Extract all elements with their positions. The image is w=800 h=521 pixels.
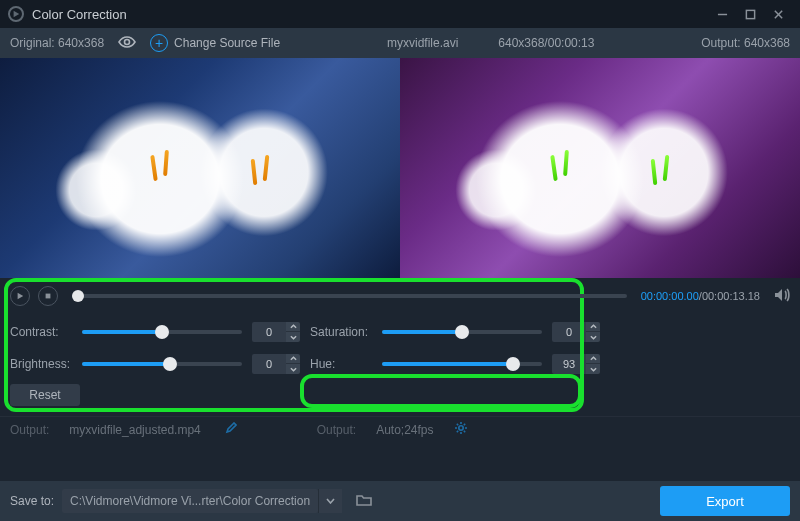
brightness-slider[interactable] — [82, 362, 242, 366]
hue-row: Hue: — [310, 354, 600, 374]
contrast-value[interactable] — [252, 322, 286, 342]
title-bar: Color Correction — [0, 0, 800, 28]
hue-slider[interactable] — [382, 362, 542, 366]
save-to-label: Save to: — [10, 494, 54, 508]
output-size-label: Output: 640x368 — [701, 36, 790, 50]
time-total: 00:00:13.18 — [702, 290, 760, 302]
svg-rect-7 — [46, 294, 51, 299]
settings-gear-icon[interactable] — [454, 421, 468, 438]
open-folder-icon[interactable] — [356, 493, 372, 509]
saturation-label: Saturation: — [310, 325, 372, 339]
hue-label: Hue: — [310, 357, 372, 371]
export-button[interactable]: Export — [660, 486, 790, 516]
bottom-bar: Save to: C:\Vidmore\Vidmore Vi...rter\Co… — [0, 481, 800, 521]
output-format-value: Auto;24fps — [376, 423, 433, 437]
contrast-slider[interactable] — [82, 330, 242, 334]
svg-point-5 — [125, 39, 130, 44]
maximize-button[interactable] — [736, 0, 764, 28]
contrast-row: Contrast: — [10, 322, 300, 342]
saturation-slider[interactable] — [382, 330, 542, 334]
preview-adjusted — [400, 58, 800, 278]
minimize-button[interactable] — [708, 0, 736, 28]
output-file-value: myxvidfile_adjusted.mp4 — [69, 423, 200, 437]
stop-button[interactable] — [38, 286, 58, 306]
preview-toggle-icon[interactable] — [118, 36, 136, 51]
output-format-label: Output: — [317, 423, 356, 437]
brightness-row: Brightness: — [10, 354, 300, 374]
brightness-label: Brightness: — [10, 357, 72, 371]
time-current: 00:00:00.00 — [641, 290, 699, 302]
hue-spinner[interactable] — [586, 354, 600, 374]
save-path-dropdown[interactable] — [318, 489, 342, 513]
original-size-label: Original: 640x368 — [10, 36, 104, 50]
timecode: 00:00:00.00/00:00:13.18 — [641, 290, 760, 302]
save-path-field[interactable]: C:\Vidmore\Vidmore Vi...rter\Color Corre… — [62, 489, 318, 513]
hue-value[interactable] — [552, 354, 586, 374]
close-button[interactable] — [764, 0, 792, 28]
edit-filename-icon[interactable] — [225, 422, 237, 437]
change-source-label: Change Source File — [174, 36, 280, 50]
svg-marker-6 — [18, 293, 24, 299]
svg-rect-2 — [746, 10, 754, 18]
controls-panel: 00:00:00.00/00:00:13.18 Contrast: Satura… — [0, 278, 800, 406]
output-file-label: Output: — [10, 423, 49, 437]
svg-point-8 — [458, 426, 462, 430]
change-source-button[interactable]: + Change Source File — [150, 34, 280, 52]
app-logo-icon — [8, 6, 24, 22]
volume-icon[interactable] — [774, 288, 790, 305]
brightness-value[interactable] — [252, 354, 286, 374]
contrast-spinner[interactable] — [286, 322, 300, 342]
output-row: Output: myxvidfile_adjusted.mp4 Output: … — [0, 416, 800, 442]
saturation-row: Saturation: — [310, 322, 600, 342]
svg-marker-0 — [14, 11, 20, 17]
scrub-bar[interactable] — [72, 294, 627, 298]
saturation-spinner[interactable] — [586, 322, 600, 342]
play-button[interactable] — [10, 286, 30, 306]
contrast-label: Contrast: — [10, 325, 72, 339]
window-title: Color Correction — [32, 7, 127, 22]
saturation-value[interactable] — [552, 322, 586, 342]
plus-circle-icon: + — [150, 34, 168, 52]
source-filename: myxvidfile.avi — [387, 36, 458, 50]
source-meta: 640x368/00:00:13 — [498, 36, 594, 50]
brightness-spinner[interactable] — [286, 354, 300, 374]
reset-button[interactable]: Reset — [10, 384, 80, 406]
highlight-hue — [300, 374, 582, 408]
info-bar: Original: 640x368 + Change Source File m… — [0, 28, 800, 58]
preview-original — [0, 58, 400, 278]
preview-row — [0, 58, 800, 278]
playback-row: 00:00:00.00/00:00:13.18 — [10, 284, 790, 308]
